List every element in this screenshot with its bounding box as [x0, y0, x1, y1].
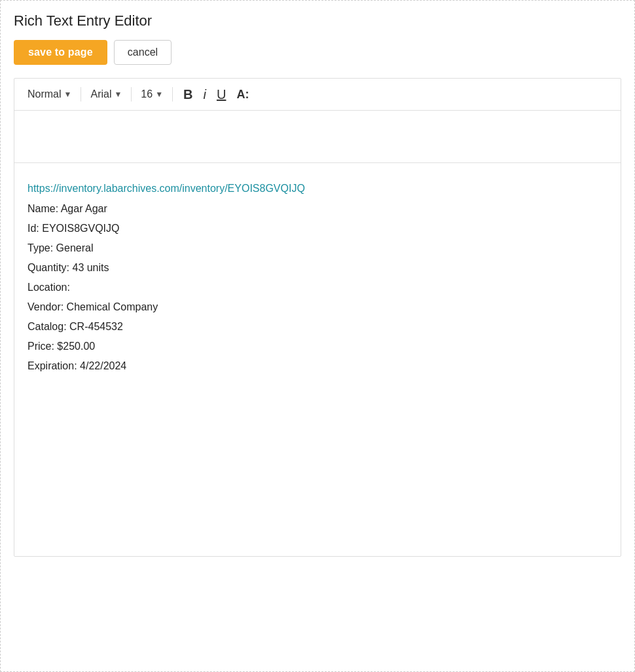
- field-location: Location:: [27, 280, 608, 295]
- save-to-page-button[interactable]: save to page: [14, 40, 107, 65]
- bold-button[interactable]: B: [178, 85, 198, 103]
- field-id: Id: EYOIS8GVQIJQ: [27, 221, 608, 236]
- size-dropdown[interactable]: 16 ▼: [137, 86, 167, 103]
- italic-button[interactable]: i: [198, 85, 211, 103]
- divider-1: [81, 87, 81, 102]
- field-type: Type: General: [27, 240, 608, 256]
- font-dropdown[interactable]: Arial ▼: [86, 86, 126, 103]
- field-name: Name: Agar Agar: [27, 201, 608, 217]
- editor-content-area[interactable]: https://inventory.labarchives.com/invent…: [14, 163, 621, 556]
- font-color-button[interactable]: A:: [231, 86, 254, 103]
- size-dropdown-arrow: ▼: [155, 90, 163, 99]
- font-dropdown-label: Arial: [90, 88, 111, 100]
- page-container: Rich Text Entry Editor save to page canc…: [1, 1, 634, 570]
- inventory-link[interactable]: https://inventory.labarchives.com/invent…: [27, 183, 608, 195]
- underline-button[interactable]: U: [211, 85, 231, 103]
- field-quantity: Quantity: 43 units: [27, 260, 608, 276]
- formatting-bar: Normal ▼ Arial ▼ 16 ▼ B i U A: [14, 79, 621, 111]
- style-dropdown-arrow: ▼: [64, 90, 72, 99]
- editor-empty-area[interactable]: [14, 111, 621, 163]
- toolbar-row: save to page cancel: [14, 40, 621, 65]
- field-expiration: Expiration: 4/22/2024: [27, 358, 608, 374]
- style-dropdown[interactable]: Normal ▼: [24, 86, 75, 103]
- page-title: Rich Text Entry Editor: [14, 12, 621, 29]
- field-vendor: Vendor: Chemical Company: [27, 299, 608, 315]
- style-dropdown-label: Normal: [27, 88, 62, 100]
- cancel-button[interactable]: cancel: [114, 40, 172, 65]
- divider-2: [131, 87, 132, 102]
- field-catalog: Catalog: CR-454532: [27, 319, 608, 335]
- editor-wrapper: Normal ▼ Arial ▼ 16 ▼ B i U A: [14, 78, 621, 557]
- font-dropdown-arrow: ▼: [114, 90, 122, 99]
- divider-3: [172, 87, 173, 102]
- field-price: Price: $250.00: [27, 339, 608, 354]
- size-dropdown-label: 16: [141, 88, 153, 100]
